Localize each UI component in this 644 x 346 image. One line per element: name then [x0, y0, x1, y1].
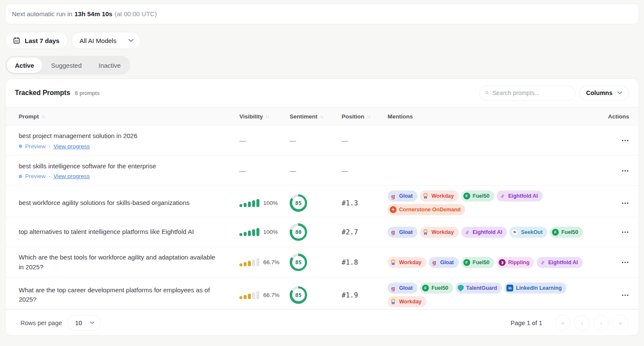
- prompt-text: best skills intelligence software for th…: [19, 161, 239, 171]
- visibility-percent: 66.7%: [263, 292, 279, 298]
- next-run-countdown: 13h 54m 10s: [75, 10, 112, 17]
- mention-badge-workday[interactable]: wWorkday: [420, 227, 459, 238]
- mention-badge-eightfold[interactable]: ∞Eightfold AI: [537, 257, 583, 268]
- search-box: [479, 86, 575, 101]
- sentiment-ring: 85: [290, 254, 307, 271]
- row-actions-button[interactable]: ⋯: [621, 199, 629, 208]
- table-header: Prompt↑↓ Visibility↑↓ Sentiment↑↓ Positi…: [6, 107, 638, 126]
- status-tabs: Active Suggested Inactive: [5, 56, 130, 75]
- tab-suggested[interactable]: Suggested: [43, 58, 90, 73]
- actions-cell: ⋯: [605, 166, 629, 175]
- mention-badge-gloat[interactable]: gGloat: [388, 227, 417, 238]
- mention-badge-workday[interactable]: wWorkday: [388, 296, 426, 307]
- sentiment-cell: 80: [290, 223, 342, 241]
- actions-cell: ⋯: [605, 136, 629, 145]
- mention-badge-fuel50[interactable]: FFuel50: [461, 190, 494, 202]
- sentiment-cell: 85: [290, 286, 342, 304]
- mention-badge-fuel50[interactable]: FFuel50: [461, 257, 494, 268]
- mention-badge-workday[interactable]: wWorkday: [388, 257, 426, 268]
- sort-icon[interactable]: ↑↓: [320, 114, 323, 119]
- position-value: #1.9: [342, 291, 388, 299]
- last-page-button[interactable]: »: [612, 315, 628, 331]
- sort-icon[interactable]: ↑↓: [41, 114, 45, 119]
- rows-per-page-select[interactable]: 10: [67, 315, 101, 331]
- prompt-text: What are the top career development plat…: [19, 285, 239, 305]
- search-input[interactable]: [492, 89, 569, 96]
- workday-icon: w: [390, 259, 397, 266]
- prompt-status: Preview - View progress: [19, 173, 239, 179]
- visibility-indicator: 100%: [239, 199, 290, 207]
- rows-per-page-value: 10: [75, 320, 82, 326]
- fuel50-icon: F: [463, 259, 470, 266]
- prev-page-button[interactable]: ‹: [574, 315, 590, 331]
- chevron-down-icon: [90, 321, 95, 324]
- columns-button[interactable]: Columns: [579, 86, 629, 101]
- actions-cell: ⋯: [605, 228, 629, 236]
- preview-dot-icon: [19, 175, 22, 178]
- tab-inactive[interactable]: Inactive: [91, 58, 129, 73]
- mention-badge-workday[interactable]: wWorkday: [420, 190, 459, 202]
- sentiment-score: 85: [292, 288, 305, 301]
- mention-badge-cornerstone[interactable]: ✦Cornerstone OnDemand: [388, 204, 465, 215]
- header-visibility[interactable]: Visibility↑↓: [239, 113, 290, 120]
- sort-icon[interactable]: ↑↓: [265, 114, 269, 119]
- mention-badge-gloat[interactable]: gGloat: [388, 283, 417, 294]
- mention-badge-seekout[interactable]: S›SeekOut: [509, 227, 547, 238]
- date-range-button[interactable]: Last 7 days: [5, 32, 68, 49]
- fuel50-icon: F: [552, 229, 559, 236]
- header-position[interactable]: Position↑↓: [342, 113, 388, 120]
- prompt-cell: best skills intelligence software for th…: [19, 161, 239, 180]
- gloat-icon: g: [390, 285, 397, 291]
- header-sentiment[interactable]: Sentiment↑↓: [290, 113, 342, 120]
- chevron-down-icon: [617, 91, 622, 95]
- actions-cell: ⋯: [605, 291, 629, 300]
- mention-badge-gloat[interactable]: gGloat: [388, 190, 417, 202]
- ai-models-select[interactable]: All AI Models: [72, 32, 141, 49]
- pagination: Page 1 of 1 « ‹ › »: [511, 315, 628, 331]
- ai-models-label: All AI Models: [80, 37, 117, 44]
- visibility-indicator: 66.7%: [239, 291, 290, 299]
- mentions-cell: wWorkday gGloat FFuel50 )))Rippling ∞Eig…: [388, 252, 605, 273]
- tab-active[interactable]: Active: [7, 58, 42, 73]
- visibility-indicator: 100%: [239, 228, 290, 236]
- row-actions-button[interactable]: ⋯: [621, 166, 629, 175]
- row-actions-button[interactable]: ⋯: [621, 228, 629, 236]
- rippling-icon: ))): [499, 259, 506, 266]
- sentiment-ring: 85: [290, 286, 307, 304]
- eightfold-icon: ∞: [538, 257, 547, 267]
- table-row: Which are the best tools for workforce a…: [6, 247, 638, 278]
- row-actions-button[interactable]: ⋯: [621, 291, 629, 300]
- preview-label: Preview: [25, 173, 46, 179]
- mention-badge-eightfold[interactable]: ∞Eightfold AI: [497, 190, 543, 202]
- mention-badge-linkedin-learning[interactable]: inLinkedIn Learning: [504, 283, 566, 294]
- prompt-cell: best project management solution in 2026…: [19, 131, 239, 150]
- table-row: best skills intelligence software for th…: [6, 156, 638, 186]
- prompt-count-badge: 6 prompts: [75, 90, 100, 96]
- view-progress-link[interactable]: View progress: [54, 143, 90, 150]
- next-run-prefix: Next automatic run in: [12, 10, 72, 17]
- sort-icon[interactable]: ↑↓: [367, 114, 370, 119]
- preview-dot-icon: [19, 144, 22, 148]
- visibility-bars-icon: [239, 291, 259, 299]
- page-indicator: Page 1 of 1: [511, 320, 542, 326]
- mention-badge-eightfold[interactable]: ∞Eightfold AI: [461, 227, 507, 238]
- prompt-text: top alternatives to talent intelligence …: [19, 227, 239, 237]
- mention-badge-talentguard[interactable]: TalentGuard: [456, 283, 502, 294]
- row-actions-button[interactable]: ⋯: [621, 136, 629, 145]
- view-progress-link[interactable]: View progress: [54, 173, 90, 179]
- next-page-button[interactable]: ›: [593, 315, 609, 331]
- header-actions: Actions: [605, 113, 629, 120]
- next-run-banner: Next automatic run in 13h 54m 10s (at 00…: [5, 3, 639, 24]
- mention-badge-fuel50[interactable]: FFuel50: [420, 283, 453, 294]
- sentiment-empty: —: [290, 167, 342, 174]
- preview-label: Preview: [25, 143, 46, 150]
- sentiment-ring: 85: [290, 194, 307, 212]
- mentions-cell: gGloat wWorkday ∞Eightfold AI S›SeekOut …: [388, 222, 605, 242]
- header-prompt[interactable]: Prompt↑↓: [19, 113, 239, 120]
- mention-badge-rippling[interactable]: )))Rippling: [497, 257, 534, 268]
- row-actions-button[interactable]: ⋯: [621, 258, 629, 267]
- mention-badge-gloat[interactable]: gGloat: [429, 257, 459, 268]
- talentguard-icon: [458, 285, 464, 291]
- mention-badge-fuel50[interactable]: FFuel50: [550, 227, 583, 238]
- first-page-button[interactable]: «: [555, 315, 571, 331]
